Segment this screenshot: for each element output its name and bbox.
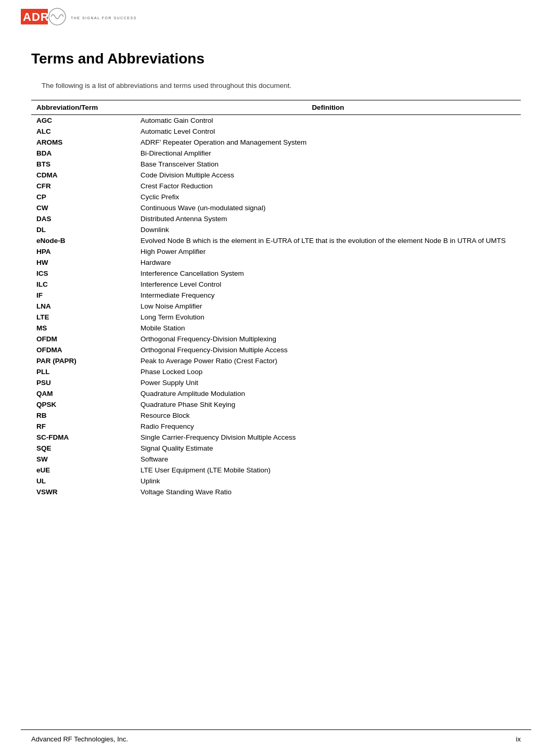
table-row: AROMSADRF’ Repeater Operation and Manage… — [31, 137, 521, 148]
abbreviation-cell: ALC — [31, 126, 135, 137]
table-row: RFRadio Frequency — [31, 421, 521, 432]
table-row: AGCAutomatic Gain Control — [31, 115, 521, 126]
abbreviation-cell: SQE — [31, 443, 135, 454]
table-row: ILCInterference Level Control — [31, 279, 521, 290]
logo: ADRF THE SIGNAL FOR SUCCESS — [21, 6, 137, 30]
table-row: VSWRVoltage Standing Wave Ratio — [31, 486, 521, 497]
table-row: BDABi-Directional Amplifier — [31, 148, 521, 159]
logo-icon: ADRF — [21, 6, 68, 30]
abbreviation-cell: UL — [31, 476, 135, 486]
table-row: QAMQuadrature Amplitude Modulation — [31, 388, 521, 399]
definition-cell: Voltage Standing Wave Ratio — [135, 486, 521, 497]
definition-cell: Downlink — [135, 224, 521, 235]
definition-cell: Automatic Level Control — [135, 126, 521, 137]
table-row: SQESignal Quality Estimate — [31, 443, 521, 454]
table-row: MSMobile Station — [31, 323, 521, 334]
definition-cell: Distributed Antenna System — [135, 213, 521, 224]
table-row: SC-FDMASingle Carrier-Frequency Division… — [31, 432, 521, 443]
abbreviation-cell: MS — [31, 323, 135, 334]
abbreviation-cell: CDMA — [31, 170, 135, 181]
abbreviation-cell: OFDMA — [31, 344, 135, 355]
definition-cell: Continuous Wave (un-modulated signal) — [135, 202, 521, 213]
table-row: CPCyclic Prefix — [31, 191, 521, 202]
definition-cell: High Power Amplifier — [135, 246, 521, 257]
definition-cell: Orthogonal Frequency-Division Multiplexi… — [135, 334, 521, 344]
page-header: ADRF THE SIGNAL FOR SUCCESS — [0, 0, 552, 30]
abbreviation-cell: AGC — [31, 115, 135, 126]
abbreviation-cell: PSU — [31, 377, 135, 388]
definition-cell: Code Division Multiple Access — [135, 170, 521, 181]
definition-cell: Long Term Evolution — [135, 312, 521, 323]
definition-cell: Resource Block — [135, 410, 521, 421]
table-row: DASDistributed Antenna System — [31, 213, 521, 224]
logo-tagline: THE SIGNAL FOR SUCCESS — [71, 16, 137, 20]
definition-cell: Orthogonal Frequency-Division Multiple A… — [135, 344, 521, 355]
table-row: LNALow Noise Amplifier — [31, 301, 521, 312]
table-row: RBResource Block — [31, 410, 521, 421]
page-main: Terms and Abbreviations The following is… — [0, 30, 552, 508]
abbreviation-cell: CP — [31, 191, 135, 202]
table-row: HPAHigh Power Amplifier — [31, 246, 521, 257]
definition-cell: Interference Cancellation System — [135, 268, 521, 279]
abbreviation-cell: BDA — [31, 148, 135, 159]
abbreviation-cell: OFDM — [31, 334, 135, 344]
abbreviation-cell: CFR — [31, 181, 135, 191]
svg-text:ADRF: ADRF — [23, 10, 57, 23]
table-row: CDMACode Division Multiple Access — [31, 170, 521, 181]
table-row: ULUplink — [31, 476, 521, 486]
table-row: PSUPower Supply Unit — [31, 377, 521, 388]
definition-cell: Cyclic Prefix — [135, 191, 521, 202]
col-header-abbreviation: Abbreviation/Term — [31, 100, 135, 115]
abbreviation-cell: HW — [31, 257, 135, 268]
table-row: HWHardware — [31, 257, 521, 268]
table-body: AGCAutomatic Gain ControlALCAutomatic Le… — [31, 115, 521, 498]
definition-cell: Automatic Gain Control — [135, 115, 521, 126]
table-row: QPSKQuadrature Phase Shit Keying — [31, 399, 521, 410]
abbreviation-cell: QPSK — [31, 399, 135, 410]
abbreviation-cell: VSWR — [31, 486, 135, 497]
table-row: PAR (PAPR)Peak to Average Power Ratio (C… — [31, 355, 521, 366]
abbreviation-cell: BTS — [31, 159, 135, 170]
definition-cell: Crest Factor Reduction — [135, 181, 521, 191]
table-row: BTSBase Transceiver Station — [31, 159, 521, 170]
table-row: OFDMAOrthogonal Frequency-Division Multi… — [31, 344, 521, 355]
definition-cell: Uplink — [135, 476, 521, 486]
abbreviation-cell: RF — [31, 421, 135, 432]
table-row: eUELTE User Equipment (LTE Mobile Statio… — [31, 465, 521, 476]
abbreviation-cell: DL — [31, 224, 135, 235]
definition-cell: Signal Quality Estimate — [135, 443, 521, 454]
abbreviation-cell: DAS — [31, 213, 135, 224]
table-row: SWSoftware — [31, 454, 521, 465]
definition-cell: Software — [135, 454, 521, 465]
footer-company: Advanced RF Technologies, Inc. — [31, 735, 128, 743]
footer-divider — [21, 729, 531, 730]
table-row: PLLPhase Locked Loop — [31, 366, 521, 377]
abbreviation-cell: ICS — [31, 268, 135, 279]
abbreviation-cell: IF — [31, 290, 135, 301]
table-header: Abbreviation/Term Definition — [31, 100, 521, 115]
definition-cell: Low Noise Amplifier — [135, 301, 521, 312]
definition-cell: Interference Level Control — [135, 279, 521, 290]
abbreviation-cell: RB — [31, 410, 135, 421]
abbreviations-table-container: Abbreviation/Term Definition AGCAutomati… — [31, 100, 521, 497]
definition-cell: Evolved Node B which is the element in E… — [135, 235, 521, 246]
definition-cell: Bi-Directional Amplifier — [135, 148, 521, 159]
abbreviation-cell: LTE — [31, 312, 135, 323]
table-row: CWContinuous Wave (un-modulated signal) — [31, 202, 521, 213]
table-row: DLDownlink — [31, 224, 521, 235]
abbreviation-cell: PAR (PAPR) — [31, 355, 135, 366]
abbreviation-cell: eUE — [31, 465, 135, 476]
abbreviation-cell: QAM — [31, 388, 135, 399]
definition-cell: Peak to Average Power Ratio (Crest Facto… — [135, 355, 521, 366]
table-row: ALCAutomatic Level Control — [31, 126, 521, 137]
definition-cell: Power Supply Unit — [135, 377, 521, 388]
footer: Advanced RF Technologies, Inc. ix — [0, 735, 552, 743]
col-header-definition: Definition — [135, 100, 521, 115]
abbreviation-cell: eNode-B — [31, 235, 135, 246]
definition-cell: Radio Frequency — [135, 421, 521, 432]
intro-paragraph: The following is a list of abbreviations… — [42, 82, 521, 89]
definition-cell: ADRF’ Repeater Operation and Management … — [135, 137, 521, 148]
abbreviation-cell: AROMS — [31, 137, 135, 148]
abbreviation-cell: SC-FDMA — [31, 432, 135, 443]
definition-cell: LTE User Equipment (LTE Mobile Station) — [135, 465, 521, 476]
